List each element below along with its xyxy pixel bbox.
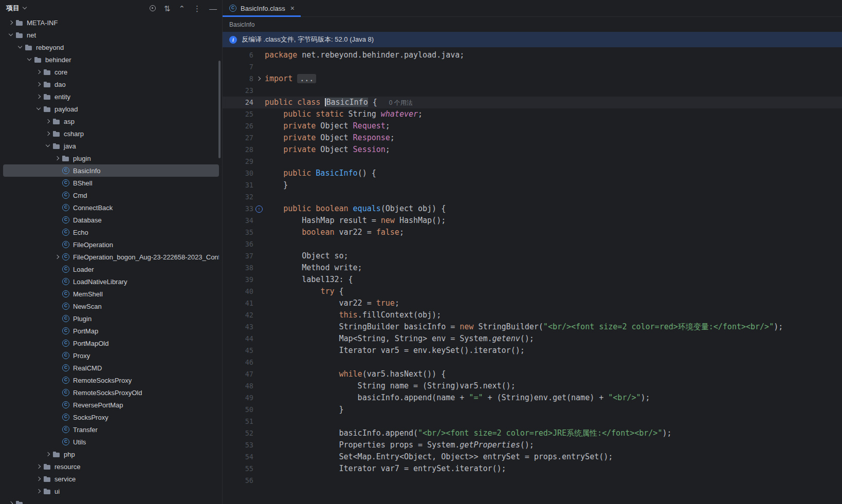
select-opened-file-icon[interactable] [150,5,156,11]
code-line-39[interactable]: 39 label132: { [223,274,842,286]
chevron-down-icon[interactable] [44,142,52,150]
code-line-51[interactable]: 51 [223,416,842,427]
tree-item-behinder[interactable]: behinder [3,53,219,66]
project-panel-title-dropdown[interactable]: 项目 [6,4,28,13]
code-line-56[interactable]: 56 [223,475,842,487]
override-method-icon[interactable] [253,203,265,215]
code-line-23[interactable]: 23 [223,85,842,97]
code-line-44[interactable]: 44 Map<String, String> env = System.gete… [223,333,842,345]
code-line-40[interactable]: 40 try { [223,286,842,297]
code-line-30[interactable]: 30 public BasicInfo() { [223,167,842,179]
tree-item-echo[interactable]: Echo [3,226,219,238]
code-line-6[interactable]: 6package net.rebeyond.behinder.payload.j… [223,49,842,61]
chevron-down-icon[interactable] [16,43,25,51]
tree-item-realcmd[interactable]: RealCMD [3,362,219,374]
tree-item-ui[interactable]: ui [3,485,219,497]
code-line-34[interactable]: 34 HashMap result = new HashMap(); [223,215,842,227]
tree-item-newscan[interactable]: NewScan [3,300,219,312]
tree-item-payload[interactable]: payload [3,103,219,115]
code-line-29[interactable]: 29 [223,156,842,167]
tree-item-loader[interactable]: Loader [3,263,219,275]
tree-item-loadnativelibrary[interactable]: LoadNativeLibrary [3,275,219,288]
more-options-icon[interactable]: ⋮ [193,5,201,12]
chevron-down-icon[interactable] [26,55,34,64]
code-line-46[interactable]: 46 [223,357,842,368]
tree-item-portmap[interactable]: PortMap [3,325,219,337]
tree-item-fileoperation-bogon-aug-23-222658-2023-confli[interactable]: FileOperation_bogon_Aug-23-222658-2023_C… [3,251,219,263]
chevron-right-icon[interactable] [35,487,43,495]
chevron-right-icon[interactable] [35,68,43,76]
folded-imports-chip[interactable]: ... [297,74,316,83]
code-line-43[interactable]: 43 StringBuilder basicInfo = new StringB… [223,321,842,333]
chevron-right-icon[interactable] [44,129,52,138]
code-line-53[interactable]: 53 Properties props = System.getProperti… [223,439,842,451]
collapse-all-icon[interactable]: ⌃ [178,5,185,12]
tree-item-asp[interactable]: asp [3,115,219,127]
tree-item-transfer[interactable]: Transfer [3,423,219,436]
chevron-right-icon[interactable] [35,462,43,471]
code-line-32[interactable]: 32 [223,191,842,203]
code-line-49[interactable]: 49 basicInfo.append(name + "=" + (String… [223,392,842,404]
code-line-25[interactable]: 25 public static String whatever; [223,108,842,120]
tree-item-utils[interactable]: Utils [3,436,219,448]
tree-item-csharp[interactable]: csharp [3,127,219,140]
chevron-right-icon[interactable] [35,80,43,88]
code-line-37[interactable]: 37 Object so; [223,250,842,262]
hide-panel-icon[interactable]: — [209,5,217,12]
tree-item-cmd[interactable]: Cmd [3,189,219,201]
tree-item-rebeyond[interactable]: rebeyond [3,41,219,53]
tree-item-basicinfo[interactable]: BasicInfo [3,164,219,177]
swap-icon[interactable]: ⇅ [164,5,171,12]
tree-item-connectback[interactable]: ConnectBack [3,201,219,214]
code-line-50[interactable]: 50 } [223,404,842,416]
tree-item-fileoperation[interactable]: FileOperation [3,238,219,251]
chevron-down-icon[interactable] [35,105,43,113]
tree-item-java[interactable]: java [3,140,219,152]
code-editor[interactable]: 6package net.rebeyond.behinder.payload.j… [223,47,842,504]
code-line-47[interactable]: 47 while(var5.hasNext()) { [223,368,842,380]
tree-item-partial[interactable] [3,497,219,504]
chevron-right-icon[interactable] [53,253,62,261]
code-line-38[interactable]: 38 Method write; [223,262,842,274]
code-line-42[interactable]: 42 this.fillContext(obj); [223,309,842,321]
tree-scrollbar-thumb[interactable] [218,61,221,158]
tree-item-bshell[interactable]: BShell [3,177,219,189]
code-line-54[interactable]: 54 Set<Map.Entry<Object, Object>> entryS… [223,451,842,463]
tree-item-resource[interactable]: resource [3,460,219,473]
tree-item-net[interactable]: net [3,29,219,41]
tree-item-php[interactable]: php [3,448,219,460]
chevron-right-icon[interactable] [7,499,15,504]
chevron-right-icon[interactable] [7,18,15,27]
breadcrumb-item-basicinfo[interactable]: BasicInfo [229,21,254,28]
code-line-7[interactable]: 7 [223,61,842,73]
code-line-45[interactable]: 45 Iterator var5 = env.keySet().iterator… [223,345,842,357]
code-line-31[interactable]: 31 } [223,179,842,191]
tree-item-database[interactable]: Database [3,214,219,226]
code-line-8[interactable]: 8import ... [223,73,842,85]
tree-item-meta-inf[interactable]: META-INF [3,16,219,29]
tree-item-plugin[interactable]: Plugin [3,312,219,325]
tree-item-service[interactable]: service [3,473,219,485]
code-line-26[interactable]: 26 private Object Request; [223,120,842,132]
code-line-35[interactable]: 35 boolean var22 = false; [223,227,842,238]
tree-item-proxy[interactable]: Proxy [3,349,219,362]
code-line-55[interactable]: 55 Iterator var7 = entrySet.iterator(); [223,463,842,475]
chevron-right-icon[interactable] [44,117,52,125]
chevron-right-icon[interactable] [44,450,52,458]
tab-basicinfo-class[interactable]: BasicInfo.class × [223,0,301,16]
tree-item-entity[interactable]: entity [3,90,219,103]
chevron-down-icon[interactable] [7,31,15,39]
code-line-28[interactable]: 28 private Object Session; [223,144,842,156]
fold-expand-icon[interactable] [253,73,265,85]
tree-item-plugin[interactable]: plugin [3,152,219,164]
tree-item-socksproxy[interactable]: SocksProxy [3,411,219,423]
chevron-right-icon[interactable] [53,154,62,162]
tree-item-remotesocksproxyold[interactable]: RemoteSocksProxyOld [3,386,219,399]
chevron-right-icon[interactable] [35,475,43,483]
chevron-right-icon[interactable] [35,92,43,101]
tree-item-portmapold[interactable]: PortMapOld [3,337,219,349]
tree-item-reverseportmap[interactable]: ReversePortMap [3,399,219,411]
code-line-48[interactable]: 48 String name = (String)var5.next(); [223,380,842,392]
tree-item-memshell[interactable]: MemShell [3,288,219,300]
code-line-36[interactable]: 36 [223,238,842,250]
